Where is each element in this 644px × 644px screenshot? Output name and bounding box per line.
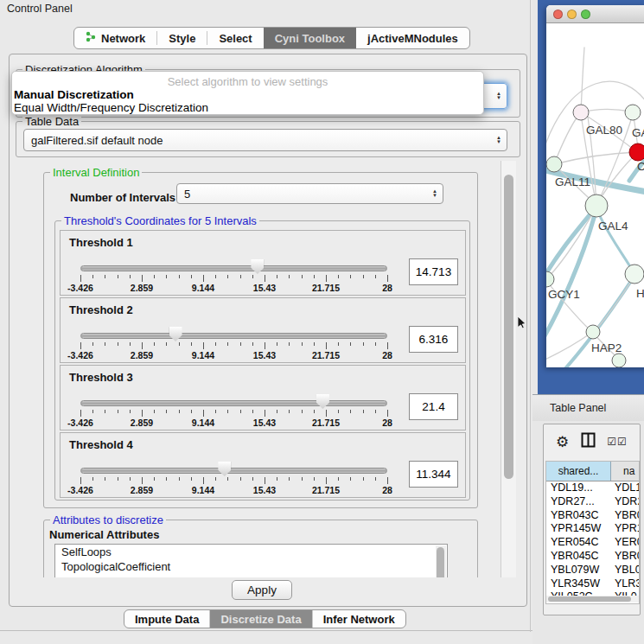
slider-tick bbox=[252, 342, 253, 346]
table-row[interactable]: YBR043CYBR0 bbox=[546, 509, 639, 523]
column-header-name[interactable]: na bbox=[611, 462, 639, 481]
table-row[interactable]: YBR045CYBR0 bbox=[546, 550, 639, 564]
tab-impute-data[interactable]: Impute Data bbox=[124, 610, 210, 628]
slider-track[interactable] bbox=[80, 333, 387, 339]
slider-track[interactable] bbox=[80, 265, 387, 271]
table-cell[interactable]: YBR0 bbox=[611, 550, 639, 564]
dropdown-placeholder-item[interactable]: Select algorithm to view settings bbox=[12, 75, 483, 88]
table-cell[interactable]: YDL1 bbox=[611, 481, 639, 495]
slider-track[interactable] bbox=[80, 400, 387, 406]
network-node[interactable] bbox=[612, 354, 626, 367]
network-window[interactable]: GAL80GACGAL11GAL4HGCY1HAP2 bbox=[546, 5, 644, 367]
slider-thumb[interactable] bbox=[316, 394, 329, 409]
threshold-value-field[interactable]: 11.344 bbox=[409, 461, 458, 488]
minimize-traffic-light[interactable] bbox=[567, 10, 577, 19]
attribute-list-item[interactable]: SelfLoops bbox=[55, 545, 447, 559]
slider-tick bbox=[326, 342, 327, 349]
gear-icon[interactable]: ⚙ bbox=[556, 433, 569, 451]
network-edge[interactable] bbox=[581, 48, 584, 112]
network-edge[interactable] bbox=[554, 152, 636, 164]
attribute-list-item[interactable]: TopologicalCoefficient bbox=[55, 559, 447, 574]
slider-track[interactable] bbox=[80, 468, 387, 474]
table-row[interactable]: YER054CYER0 bbox=[546, 536, 639, 550]
slider-thumb[interactable] bbox=[169, 327, 182, 341]
table-horizontal-scrollbar[interactable] bbox=[546, 596, 639, 603]
slider-tick bbox=[191, 410, 192, 413]
node-table[interactable]: shared... na YDL19...YDL1YDR27...YDR2YBR… bbox=[545, 461, 640, 604]
network-node[interactable] bbox=[625, 265, 644, 284]
network-node[interactable] bbox=[546, 271, 554, 287]
network-node[interactable] bbox=[573, 105, 589, 120]
dropdown-item-manual-discretization[interactable]: Manual Discretization bbox=[14, 88, 134, 101]
tab-infer-network[interactable]: Infer Network bbox=[313, 610, 405, 628]
attribute-list-item[interactable]: BetweennessCentrality bbox=[55, 574, 447, 577]
slider-tick bbox=[80, 275, 81, 282]
threshold-value-field[interactable]: 14.713 bbox=[409, 258, 458, 285]
table-row[interactable]: YDL19...YDL1 bbox=[546, 481, 639, 495]
slider-tick bbox=[240, 342, 241, 346]
table-cell[interactable]: YPR1 bbox=[611, 522, 639, 536]
attributes-scrollbar[interactable] bbox=[436, 545, 446, 577]
column-layout-icon[interactable] bbox=[581, 432, 596, 451]
table-cell[interactable]: YBL079W bbox=[546, 564, 611, 577]
slider-tick bbox=[191, 275, 192, 278]
slider-tick-label: 21.715 bbox=[312, 283, 340, 293]
table-cell[interactable]: YBR0 bbox=[611, 509, 639, 523]
network-edge[interactable] bbox=[546, 207, 596, 284]
table-cell[interactable]: YDL19... bbox=[546, 481, 611, 495]
column-checkboxes-icon[interactable]: ☑☑ bbox=[607, 436, 628, 448]
table-data-combobox[interactable]: galFiltered.sif default node ▲▼ bbox=[23, 129, 507, 151]
tab-discretize-data[interactable]: Discretize Data bbox=[210, 610, 312, 628]
attributes-scrollbar-thumb[interactable] bbox=[437, 547, 444, 577]
slider-thumb[interactable] bbox=[218, 462, 231, 476]
slider-tick bbox=[154, 477, 155, 481]
table-row[interactable]: YLR345WYLR3 bbox=[546, 577, 639, 591]
table-cell[interactable]: YER054C bbox=[546, 536, 611, 550]
network-edge[interactable] bbox=[554, 114, 579, 164]
network-node[interactable] bbox=[546, 156, 562, 172]
threshold-value-field[interactable]: 6.316 bbox=[409, 326, 458, 353]
slider-tick bbox=[338, 477, 339, 481]
table-cell[interactable]: YDR27... bbox=[546, 495, 611, 509]
network-edge[interactable] bbox=[596, 208, 634, 274]
numerical-attributes-list[interactable]: SelfLoopsTopologicalCoefficientBetweenne… bbox=[54, 544, 448, 577]
slider-tick bbox=[363, 275, 364, 278]
table-row[interactable]: YPR145WYPR1 bbox=[546, 522, 639, 536]
table-cell[interactable]: YLR345W bbox=[546, 577, 611, 591]
tab-style[interactable]: Style bbox=[157, 28, 207, 48]
table-row[interactable]: YBL079WYBL0 bbox=[546, 564, 639, 577]
table-row[interactable]: YDR27...YDR2 bbox=[546, 495, 639, 509]
tab-cyni-toolbox[interactable]: Cyni Toolbox bbox=[264, 28, 356, 48]
tab-network-label: Network bbox=[101, 32, 145, 45]
close-traffic-light[interactable] bbox=[553, 10, 563, 19]
table-cell[interactable]: YBR043C bbox=[546, 509, 611, 523]
table-cell[interactable]: YBL0 bbox=[611, 564, 639, 577]
table-cell[interactable]: YPR145W bbox=[546, 522, 611, 536]
network-node[interactable] bbox=[585, 194, 608, 217]
panel-vertical-scrollbar[interactable] bbox=[501, 161, 516, 577]
table-scrollbar-thumb[interactable] bbox=[548, 596, 631, 602]
slider-tick bbox=[240, 477, 241, 481]
network-node[interactable] bbox=[629, 143, 644, 161]
table-cell[interactable]: YBR045C bbox=[546, 550, 611, 564]
table-cell[interactable]: YER0 bbox=[611, 536, 639, 550]
panel-scrollbar-thumb[interactable] bbox=[504, 175, 513, 479]
table-cell[interactable]: YDR2 bbox=[611, 495, 639, 509]
tab-network[interactable]: Network bbox=[74, 28, 156, 48]
zoom-traffic-light[interactable] bbox=[581, 10, 590, 19]
tab-jactivemnodules[interactable]: jActiveMNodules bbox=[356, 28, 469, 48]
network-node[interactable] bbox=[625, 105, 641, 120]
slider-tick-label: 9.144 bbox=[192, 485, 214, 495]
dropdown-item-equal-width-frequency[interactable]: Equal Width/Frequency Discretization bbox=[14, 101, 208, 114]
apply-button[interactable]: Apply bbox=[232, 580, 292, 600]
table-cell[interactable]: YLR3 bbox=[611, 577, 639, 591]
slider-thumb[interactable] bbox=[251, 259, 264, 274]
number-of-intervals-combobox[interactable]: 5 ▲▼ bbox=[176, 183, 443, 204]
tab-jactivemnodules-label: jActiveMNodules bbox=[367, 32, 458, 45]
threshold-value-field[interactable]: 21.4 bbox=[409, 393, 458, 420]
tab-select[interactable]: Select bbox=[207, 28, 263, 48]
network-node[interactable] bbox=[586, 325, 600, 339]
network-canvas[interactable]: GAL80GACGAL11GAL4HGCY1HAP2 bbox=[546, 23, 644, 367]
column-header-shared-name[interactable]: shared... bbox=[546, 462, 611, 481]
slider-tick bbox=[203, 342, 204, 349]
